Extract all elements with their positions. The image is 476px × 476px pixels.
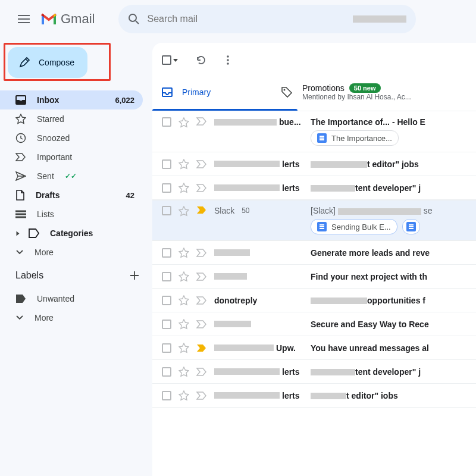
star-icon[interactable] xyxy=(178,248,189,258)
sidebar-item-snoozed[interactable]: Snoozed xyxy=(0,129,143,148)
gmail-logo-text: Gmail xyxy=(61,11,95,27)
mail-row[interactable]: Find your next project with th xyxy=(152,265,476,289)
tab-promotions[interactable]: Promotions 50 new Mentioned by Ihsan Al … xyxy=(271,74,421,111)
sidebar-item-more[interactable]: More xyxy=(0,243,143,262)
mail-row[interactable]: lerts tent developer" j xyxy=(152,360,476,384)
mail-list: bue... The Importance of... - Hello E Th… xyxy=(152,111,476,476)
mail-checkbox[interactable] xyxy=(162,272,171,281)
mail-checkbox[interactable] xyxy=(162,248,171,258)
caret-down-icon[interactable] xyxy=(173,59,178,62)
mail-checkbox[interactable] xyxy=(162,367,171,377)
attachment-chip[interactable]: Sending Bulk E... xyxy=(311,219,397,234)
tag-icon xyxy=(281,86,293,98)
star-icon[interactable] xyxy=(178,271,189,282)
sidebar-item-important[interactable]: Important xyxy=(0,148,143,167)
mail-checkbox[interactable] xyxy=(162,183,171,193)
important-marker[interactable] xyxy=(196,160,207,168)
mail-subject: Generate more leads and reve xyxy=(311,248,466,258)
mail-subject: tent developer" j xyxy=(311,367,466,377)
svg-point-8 xyxy=(284,89,286,91)
list-icon xyxy=(15,210,26,218)
label-icon xyxy=(29,228,39,238)
plus-icon xyxy=(130,271,139,280)
select-all-checkbox[interactable] xyxy=(162,55,179,65)
star-icon[interactable] xyxy=(178,367,189,377)
sidebar-item-lists[interactable]: Lists xyxy=(0,205,143,224)
more-vert-icon xyxy=(227,55,229,65)
mail-checkbox[interactable] xyxy=(162,391,171,400)
mail-row[interactable]: bue... The Importance of... - Hello E Th… xyxy=(152,111,476,152)
important-marker[interactable] xyxy=(196,117,207,126)
important-marker[interactable] xyxy=(196,320,207,328)
star-icon[interactable] xyxy=(178,206,189,217)
attachment-chip[interactable] xyxy=(402,219,420,234)
mail-subject: t editor" jobs xyxy=(311,159,466,169)
mail-checkbox[interactable] xyxy=(162,117,171,127)
important-marker[interactable] xyxy=(196,296,207,305)
clock-icon xyxy=(15,133,26,143)
add-label-button[interactable] xyxy=(130,271,139,280)
mail-checkbox[interactable] xyxy=(162,296,171,305)
search-icon xyxy=(128,13,140,25)
mail-sender: lerts xyxy=(214,159,303,169)
mail-checkbox[interactable] xyxy=(162,320,171,329)
important-marker[interactable] xyxy=(196,249,207,257)
star-icon[interactable] xyxy=(178,159,189,170)
mail-row[interactable]: donotreply opportunities f xyxy=(152,289,476,312)
search-bar[interactable] xyxy=(118,5,416,33)
mail-subject: The Importance of... - Hello E xyxy=(311,117,425,127)
mail-checkbox[interactable] xyxy=(162,159,171,169)
important-marker[interactable] xyxy=(196,392,207,400)
mail-subject: You have unread messages al xyxy=(311,343,466,353)
star-icon xyxy=(15,114,26,124)
sidebar-item-starred[interactable]: Starred xyxy=(0,109,143,129)
search-input[interactable] xyxy=(147,14,346,24)
main-menu-icon[interactable] xyxy=(10,5,38,33)
important-marker[interactable] xyxy=(196,368,207,376)
compose-button[interactable]: Compose xyxy=(8,47,87,78)
mail-row[interactable]: Generate more leads and reve xyxy=(152,241,476,265)
mail-row[interactable]: lerts tent developer" j xyxy=(152,176,476,200)
important-marker[interactable] xyxy=(196,344,207,352)
mail-row[interactable]: Secure and Easy Way to Rece xyxy=(152,312,476,336)
mail-row[interactable]: Slack 50 [Slack] se Sending Bulk E... xyxy=(152,200,476,241)
tab-active-indicator xyxy=(152,109,298,111)
inbox-icon xyxy=(162,87,173,98)
sidebar-item-sent[interactable]: Sent ✓✓ xyxy=(0,167,143,186)
sidebar-item-categories[interactable]: Categories xyxy=(0,224,143,243)
more-button[interactable] xyxy=(223,52,233,68)
tab-primary[interactable]: Primary xyxy=(152,74,271,111)
star-icon[interactable] xyxy=(178,183,189,193)
important-marker[interactable] xyxy=(196,206,207,214)
gmail-logo[interactable]: Gmail xyxy=(40,11,95,27)
star-icon[interactable] xyxy=(178,343,189,353)
important-marker[interactable] xyxy=(196,273,207,281)
mail-checkbox[interactable] xyxy=(162,343,171,353)
sidebar-item-inbox[interactable]: Inbox 6,022 xyxy=(0,90,143,109)
refresh-button[interactable] xyxy=(192,51,210,69)
label-more[interactable]: More xyxy=(0,308,143,327)
star-icon[interactable] xyxy=(178,117,189,128)
sidebar-item-drafts[interactable]: Drafts 42 xyxy=(0,186,143,205)
mail-row[interactable]: lerts t editor" iobs xyxy=(152,384,476,408)
mail-row[interactable]: lerts t editor" jobs xyxy=(152,152,476,176)
mail-sender: lerts xyxy=(214,367,303,377)
important-marker[interactable] xyxy=(196,184,207,192)
svg-rect-2 xyxy=(16,101,26,104)
mail-sender: lerts xyxy=(214,183,303,193)
mail-row[interactable]: Upw. You have unread messages al xyxy=(152,336,476,360)
sidebar: Compose Inbox 6,022 Starred Snoozed Impo… xyxy=(0,0,152,476)
mail-subject: Secure and Easy Way to Rece xyxy=(311,320,466,329)
star-icon[interactable] xyxy=(178,295,189,306)
sent-check-icon: ✓✓ xyxy=(65,172,77,180)
promotions-badge: 50 new xyxy=(349,83,381,93)
mail-subject: opportunities f xyxy=(311,296,466,305)
attachment-chip[interactable]: The Importance... xyxy=(311,130,399,146)
redacted-text xyxy=(353,15,406,23)
star-icon[interactable] xyxy=(178,390,189,401)
mail-checkbox[interactable] xyxy=(162,206,171,215)
star-icon[interactable] xyxy=(178,319,189,330)
label-unwanted[interactable]: Unwanted xyxy=(0,289,143,308)
caret-right-icon xyxy=(17,231,20,236)
docs-icon xyxy=(406,222,416,231)
